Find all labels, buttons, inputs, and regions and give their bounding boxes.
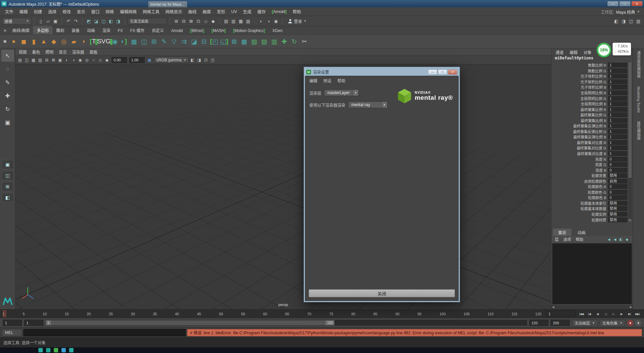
layer-menu-item[interactable]: 选项 [564, 237, 571, 242]
shelf-tool-icon[interactable]: [SVG] [99, 36, 109, 46]
channel-value-field[interactable]: 禁用 [608, 212, 627, 217]
sidebar-vertical-tab[interactable]: Modeling Toolkit [637, 86, 641, 113]
channel-row[interactable]: 最终聚集反弹比例 R 1 [551, 123, 627, 129]
menu-item[interactable]: 窗口 [88, 8, 103, 15]
snap-icon[interactable]: ⊟ [180, 17, 187, 25]
viewport-toolbar-icon[interactable]: ○ [90, 57, 97, 63]
channel-value-field[interactable]: 禁用 [608, 218, 627, 222]
shelf-tool-icon[interactable]: ◫ [139, 36, 149, 46]
shelf-tool-icon[interactable]: ⇉ [179, 36, 189, 46]
channel-row[interactable]: 轮廓实例 禁用 [551, 212, 627, 217]
tool-icon[interactable]: ↻ [1, 103, 14, 115]
file-toolbar-icon[interactable]: ▯ [37, 17, 44, 25]
channel-row[interactable]: 全局照明比例 G 1 [551, 95, 627, 101]
layer-list-area[interactable] [552, 243, 632, 304]
shelf-tool-icon[interactable]: ▥ [269, 36, 279, 46]
tool-icon[interactable]: ✎ [1, 76, 14, 88]
layout-preset-button[interactable]: ◧ [2, 193, 14, 202]
channel-row[interactable]: 最终聚集对比度 B 1 [551, 151, 627, 156]
layer-action-icon[interactable]: ◧ [619, 237, 623, 242]
channel-row[interactable]: 光子体积比例 B 1 [551, 84, 627, 90]
channel-row[interactable]: 轮廓材质 禁用 [551, 217, 627, 223]
layer-menu-item[interactable]: 帮助 [576, 237, 584, 242]
selection-mask-icon[interactable]: ◩ [85, 17, 93, 25]
renderer-dropdown[interactable]: mental ray ▼ [348, 101, 387, 108]
menu-item[interactable]: 文件 [2, 8, 16, 15]
viewport-toolbar-icon[interactable]: ◇ [97, 57, 104, 63]
sidebar-vertical-tab[interactable]: 通道盒/层编辑器 [636, 51, 641, 78]
menu-item[interactable]: 缓存 [255, 8, 269, 15]
shelf-tab[interactable]: 自定义 [148, 26, 167, 34]
panel-menu-item[interactable]: 渲染器 [72, 49, 84, 55]
shelf-tool-icon[interactable]: ⊠ [229, 36, 239, 46]
viewport-toolbar-icon[interactable]: ◐ [63, 57, 70, 63]
channel-value-field[interactable]: 1 [608, 79, 627, 84]
viewport-toolbar-icon[interactable]: ▤ [17, 57, 23, 63]
menu-item[interactable]: 网格 [103, 8, 117, 15]
scrollbar-thumb[interactable] [628, 62, 632, 178]
menu-item[interactable]: 编辑网格 [117, 8, 140, 15]
channel-row[interactable]: 轮廓颜色 B 0 [551, 195, 627, 201]
selection-mask-icon[interactable]: ◨ [115, 17, 122, 25]
channel-row[interactable]: 轮廓背景 禁用 [551, 173, 627, 179]
panel-menu-item[interactable]: 着色 [32, 49, 40, 55]
history-icon[interactable]: ▤ [222, 17, 230, 25]
channel-value-field[interactable]: 0 [608, 195, 627, 200]
tool-icon[interactable]: ↖ [1, 50, 14, 62]
close-button[interactable]: ✕ [631, 1, 643, 6]
tool-icon[interactable]: ✚ [1, 90, 14, 102]
dialog-menu-item[interactable]: 帮助 [337, 78, 345, 83]
channel-value-field[interactable]: 1 [608, 85, 627, 89]
shelf-tab[interactable]: 多边形 [33, 26, 52, 34]
render-icon[interactable]: ◐ [258, 17, 265, 25]
range-end-cap[interactable]: 120 [325, 320, 334, 325]
menu-item[interactable]: 变形 [214, 8, 228, 15]
channel-value-field[interactable]: 1 [608, 96, 627, 101]
playback-start-field[interactable]: 1 [3, 320, 22, 326]
channel-row[interactable]: 亮度 R 0 [551, 156, 627, 162]
channel-row[interactable]: 轮廓颜色 G 0 [551, 190, 627, 195]
login-control[interactable]: 登录 ▼ [288, 18, 307, 24]
playback-button[interactable]: ◀ [594, 310, 601, 317]
channel-row[interactable]: 轮廓基本体索引 禁用 [551, 201, 627, 206]
menu-item[interactable]: 网格工具 [140, 8, 162, 15]
file-toolbar-icon[interactable]: ▣ [52, 17, 59, 25]
playback-button[interactable]: ▷ [610, 310, 617, 317]
panel-menu-item[interactable]: 照明 [45, 49, 53, 55]
channel-value-field[interactable]: 1 [608, 90, 627, 95]
viewport-toolbar-icon[interactable]: ◳ [209, 57, 216, 63]
viewport-toolbar-icon[interactable]: ◧ [189, 57, 196, 63]
viewport-toolbar-icon[interactable]: ⊞ [43, 57, 50, 63]
panel-toggle-icon[interactable]: ◨ [620, 17, 627, 25]
shelf-tab[interactable]: 动画 [83, 26, 99, 34]
channel-value-field[interactable]: 0 [608, 168, 627, 172]
menu-set-selector[interactable]: 建模 ▼ [2, 18, 31, 25]
dialog-menu-item[interactable]: 编辑 [309, 78, 317, 83]
channel-row[interactable]: 光子体积比例 R 1 [551, 73, 627, 79]
channel-value-field[interactable]: 1 [608, 68, 627, 73]
viewport-toolbar-icon[interactable]: ▣ [57, 57, 63, 63]
shelf-tool-icon[interactable]: ◱] [219, 36, 229, 46]
channel-value-field[interactable]: 1 [608, 140, 627, 145]
channel-value-field[interactable]: 禁用 [608, 201, 627, 206]
history-icon[interactable]: ▧ [245, 17, 252, 25]
shelf-tab[interactable]: [Bifrost] [186, 27, 208, 34]
channel-value-field[interactable]: 1 [608, 107, 627, 112]
layout-preset-button[interactable]: ⊞ [2, 182, 14, 191]
menu-item[interactable]: 帮助 [290, 8, 304, 15]
shelf-menu-icon[interactable]: ≡ [1, 27, 9, 34]
viewport-toolbar-icon[interactable]: ⊡ [202, 57, 209, 63]
channel-value-field[interactable]: 禁用 [608, 206, 627, 211]
playback-button[interactable]: |◀ [586, 310, 593, 317]
selection-mask-icon[interactable]: ◫ [100, 17, 107, 25]
dialog-title-bar[interactable]: M 渲染设置 — □ ✕ [305, 68, 459, 76]
dialog-close-action-button[interactable]: 关闭 [309, 289, 455, 297]
workspace-selector[interactable]: 工作区: Maya 经典 ▼ [601, 7, 644, 16]
taskbar-app-icon[interactable] [38, 348, 43, 352]
channel-row[interactable]: 焦散比例 R 1 [551, 62, 627, 68]
channel-value-field[interactable]: 1 [608, 145, 627, 150]
range-start-cap[interactable]: 1 [46, 320, 51, 325]
menu-item[interactable]: [Arnold] [269, 9, 290, 14]
menu-item[interactable]: 生成 [240, 8, 255, 15]
shelf-tab[interactable]: 渲染 [99, 26, 114, 34]
